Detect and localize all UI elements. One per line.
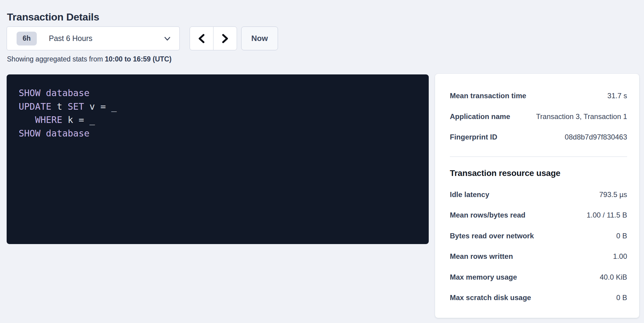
time-step-buttons bbox=[190, 27, 237, 50]
summary-row-value: 40.0 KiB bbox=[600, 273, 627, 281]
transaction-summary-card: Mean transaction time31.7 sApplication n… bbox=[435, 74, 639, 318]
summary-row-value: 793.5 µs bbox=[599, 190, 627, 199]
sql-statement-box: SHOW databaseUPDATE t SET v = _ WHERE k … bbox=[7, 74, 429, 244]
summary-row-label: Application name bbox=[450, 112, 510, 121]
summary-row: Bytes read over network0 B bbox=[450, 226, 627, 246]
sql-plain-token: k = _ bbox=[62, 114, 95, 125]
summary-row-value: Transaction 3, Transaction 1 bbox=[536, 112, 627, 121]
summary-row-value: 0 B bbox=[616, 293, 627, 302]
summary-row-value: 31.7 s bbox=[608, 92, 627, 100]
chevron-right-icon bbox=[220, 33, 230, 45]
resource-usage-rows: Idle latency793.5 µsMean rows/bytes read… bbox=[450, 184, 627, 308]
resource-usage-heading: Transaction resource usage bbox=[450, 168, 627, 178]
sql-line: WHERE k = _ bbox=[19, 113, 417, 127]
summary-row: Mean transaction time31.7 s bbox=[450, 86, 627, 106]
sql-keyword-token: SHOW bbox=[19, 128, 40, 139]
sql-keyword-token: database bbox=[46, 88, 90, 98]
summary-row-value: 1.00 bbox=[613, 252, 627, 261]
page-title: Transaction Details bbox=[7, 11, 99, 23]
now-button[interactable]: Now bbox=[241, 27, 278, 50]
sql-plain-token: v = _ bbox=[84, 101, 117, 112]
sql-plain-token bbox=[40, 88, 46, 98]
sql-plain-token: t bbox=[51, 101, 68, 112]
summary-row: Application nameTransaction 3, Transacti… bbox=[450, 106, 627, 127]
summary-row-label: Mean rows/bytes read bbox=[450, 211, 526, 219]
previous-time-range-button[interactable] bbox=[190, 27, 213, 50]
summary-row-value: 08d8b7d97f830463 bbox=[565, 133, 627, 141]
summary-row: Mean rows/bytes read1.00 / 11.5 B bbox=[450, 205, 627, 226]
chevron-left-icon bbox=[197, 33, 207, 45]
time-range-dropdown[interactable]: 6h Past 6 Hours bbox=[7, 27, 180, 50]
summary-row-label: Mean rows written bbox=[450, 252, 513, 261]
aggregated-stats-caption: Showing aggregated stats from 10:00 to 1… bbox=[7, 55, 172, 63]
summary-row-label: Idle latency bbox=[450, 190, 489, 199]
summary-row-label: Max memory usage bbox=[450, 273, 517, 281]
sql-line: SHOW database bbox=[19, 127, 417, 140]
sql-keyword-token: SET bbox=[68, 101, 84, 112]
summary-row-label: Fingerprint ID bbox=[450, 133, 497, 141]
summary-row-value: 1.00 / 11.5 B bbox=[587, 211, 627, 219]
summary-top-rows: Mean transaction time31.7 sApplication n… bbox=[450, 86, 627, 148]
chevron-down-icon bbox=[163, 34, 172, 43]
card-divider bbox=[450, 156, 627, 157]
summary-row: Max scratch disk usage0 B bbox=[450, 287, 627, 308]
stats-caption-range: 10:00 to 16:59 (UTC) bbox=[105, 55, 172, 63]
sql-keyword-token: database bbox=[46, 128, 90, 139]
summary-row-label: Max scratch disk usage bbox=[450, 293, 531, 302]
summary-row: Idle latency793.5 µs bbox=[450, 184, 627, 205]
sql-plain-token bbox=[40, 128, 46, 139]
sql-line: SHOW database bbox=[19, 86, 417, 100]
summary-row-value: 0 B bbox=[616, 232, 627, 240]
summary-row-label: Bytes read over network bbox=[450, 232, 534, 240]
summary-row: Mean rows written1.00 bbox=[450, 246, 627, 267]
summary-row-label: Mean transaction time bbox=[450, 92, 526, 100]
sql-line: UPDATE t SET v = _ bbox=[19, 100, 417, 114]
summary-row: Max memory usage40.0 KiB bbox=[450, 267, 627, 288]
next-time-range-button[interactable] bbox=[213, 27, 237, 50]
stats-caption-prefix: Showing aggregated stats from bbox=[7, 55, 103, 63]
transaction-details-page: Transaction Details 6h Past 6 Hours Now … bbox=[0, 0, 644, 323]
sql-keyword-token: UPDATE bbox=[19, 101, 51, 112]
sql-plain-token bbox=[19, 114, 35, 125]
summary-row: Fingerprint ID08d8b7d97f830463 bbox=[450, 127, 627, 148]
sql-keyword-token: WHERE bbox=[35, 114, 62, 125]
time-range-label: Past 6 Hours bbox=[49, 34, 93, 43]
time-range-badge: 6h bbox=[17, 32, 37, 45]
sql-keyword-token: SHOW bbox=[19, 88, 40, 98]
